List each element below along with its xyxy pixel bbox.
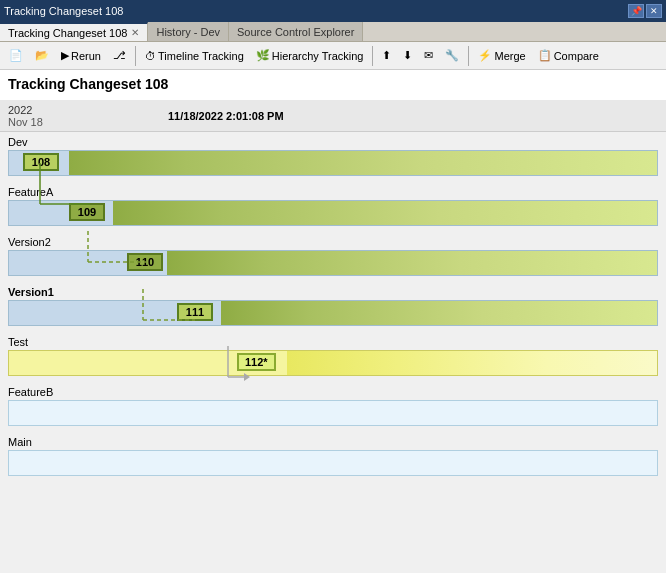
- rerun-icon: ▶: [61, 49, 69, 62]
- email-button[interactable]: ✉: [419, 46, 438, 65]
- merge-label: Merge: [494, 50, 525, 62]
- timeline-button[interactable]: ⏱ Timeline Tracking: [140, 47, 249, 65]
- open-button[interactable]: 📂: [30, 46, 54, 65]
- branch-featureA-label: FeatureA: [0, 182, 666, 200]
- compare-icon: 📋: [538, 49, 552, 62]
- sep2: [372, 46, 373, 66]
- timeline-icon: ⏱: [145, 50, 156, 62]
- close-button[interactable]: ✕: [646, 4, 662, 18]
- cs-112[interactable]: 112*: [237, 353, 276, 371]
- timeline-label: Timeline Tracking: [158, 50, 244, 62]
- branch-test-row: 112*: [8, 350, 658, 376]
- rerun-label: Rerun: [71, 50, 101, 62]
- toolbar: 📄 📂 ▶ Rerun ⎇ ⏱ Timeline Tracking 🌿 Hier…: [0, 42, 666, 70]
- new-icon: 📄: [9, 49, 23, 62]
- branch-version1-row: 111: [8, 300, 658, 326]
- compare-button[interactable]: 📋 Compare: [533, 46, 604, 65]
- pin-button[interactable]: 📌: [628, 4, 644, 18]
- push-button[interactable]: ⬆: [377, 46, 396, 65]
- title-bar-controls: 📌 ✕: [628, 4, 662, 18]
- branch-featureB: FeatureB: [0, 382, 666, 426]
- branch-dev: Dev 108: [0, 132, 666, 176]
- push-icon: ⬆: [382, 49, 391, 62]
- tab-tracking-label: Tracking Changeset 108: [8, 27, 127, 39]
- sep1: [135, 46, 136, 66]
- tracking-wrapper: Dev 108 FeatureA 109 Version2 110 Versio…: [0, 132, 666, 492]
- hierarchy-label: Hierarchy Tracking: [272, 50, 364, 62]
- cs-109[interactable]: 109: [69, 203, 105, 221]
- date-header: 2022 Nov 18 11/18/2022 2:01:08 PM: [0, 100, 666, 132]
- tab-history-dev[interactable]: History - Dev: [148, 22, 229, 41]
- merge-button[interactable]: ⚡ Merge: [473, 46, 530, 65]
- branch-version1: Version1 111: [0, 282, 666, 326]
- email-icon: ✉: [424, 49, 433, 62]
- title-bar-text: Tracking Changeset 108: [4, 5, 628, 17]
- date-timestamp: 11/18/2022 2:01:08 PM: [168, 110, 284, 122]
- branch-featureA-row: 109: [8, 200, 658, 226]
- tab-source-control[interactable]: Source Control Explorer: [229, 22, 363, 41]
- branch-version2-row: 110: [8, 250, 658, 276]
- rerun-button[interactable]: ▶ Rerun: [56, 46, 106, 65]
- branch-test: Test 112*: [0, 332, 666, 376]
- branch-dev-label: Dev: [0, 132, 666, 150]
- compare-label: Compare: [554, 50, 599, 62]
- tab-tracking[interactable]: Tracking Changeset 108 ✕: [0, 22, 148, 41]
- branch-version1-label: Version1: [0, 282, 666, 300]
- open-icon: 📂: [35, 49, 49, 62]
- pull-button[interactable]: ⬇: [398, 46, 417, 65]
- title-bar: Tracking Changeset 108 📌 ✕: [0, 0, 666, 22]
- page-header: Tracking Changeset 108: [0, 70, 666, 100]
- branch-main-label: Main: [0, 432, 666, 450]
- branch-main: Main: [0, 432, 666, 476]
- merge-icon: ⚡: [478, 49, 492, 62]
- branch-dev-row: 108: [8, 150, 658, 176]
- cs-111[interactable]: 111: [177, 303, 213, 321]
- cs-110[interactable]: 110: [127, 253, 163, 271]
- pull-icon: ⬇: [403, 49, 412, 62]
- branch-test-label: Test: [0, 332, 666, 350]
- branch-featureA: FeatureA 109: [0, 182, 666, 226]
- branch-icon: ⎇: [113, 49, 126, 62]
- branch-version2: Version2 110: [0, 232, 666, 276]
- branch-main-row: [8, 450, 658, 476]
- branch-featureB-label: FeatureB: [0, 382, 666, 400]
- hierarchy-icon: 🌿: [256, 49, 270, 62]
- tracking-area: Dev 108 FeatureA 109 Version2 110 Versio…: [0, 132, 666, 549]
- branch-featureB-row: [8, 400, 658, 426]
- date-label: Nov 18: [8, 116, 88, 128]
- cs-108[interactable]: 108: [23, 153, 59, 171]
- hierarchy-button[interactable]: 🌿 Hierarchy Tracking: [251, 46, 369, 65]
- page-title: Tracking Changeset 108: [8, 76, 658, 92]
- sep3: [468, 46, 469, 66]
- branch-button[interactable]: ⎇: [108, 46, 131, 65]
- tab-history-dev-label: History - Dev: [156, 26, 220, 38]
- branch-version2-label: Version2: [0, 232, 666, 250]
- tab-source-control-label: Source Control Explorer: [237, 26, 354, 38]
- tab-bar: Tracking Changeset 108 ✕ History - Dev S…: [0, 22, 666, 42]
- tab-tracking-close[interactable]: ✕: [131, 27, 139, 38]
- settings-icon: 🔧: [445, 49, 459, 62]
- year-label: 2022: [8, 104, 88, 116]
- new-button[interactable]: 📄: [4, 46, 28, 65]
- settings-button[interactable]: 🔧: [440, 46, 464, 65]
